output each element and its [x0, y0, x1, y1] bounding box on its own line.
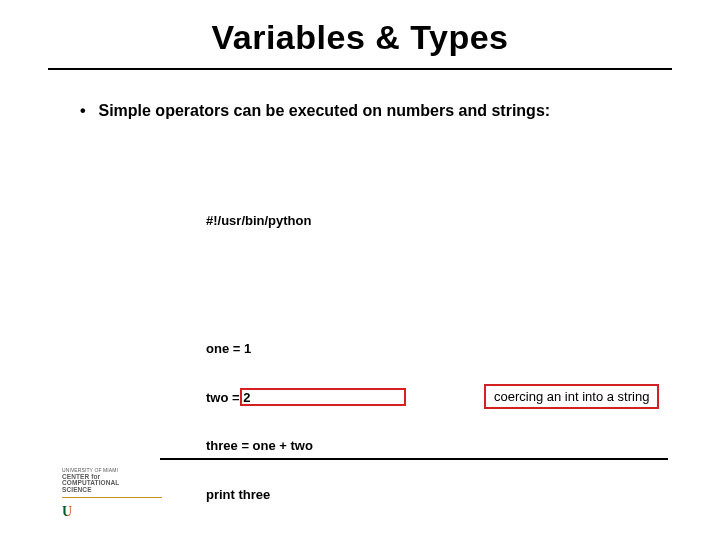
- footer-institution: UNIVERSITY OF MIAMI CENTER for COMPUTATI…: [62, 468, 162, 498]
- callout-text: coercing an int into a string: [494, 389, 649, 404]
- title-underline: [48, 68, 672, 70]
- miami-u-logo-icon: U: [62, 502, 78, 514]
- code-line: one = 1: [206, 341, 396, 357]
- code-highlight-box: [240, 388, 406, 406]
- bullet-text: Simple operators can be executed on numb…: [98, 102, 550, 119]
- bullet-dot-icon: •: [80, 102, 94, 120]
- footer-logo-block: UNIVERSITY OF MIAMI CENTER for COMPUTATI…: [62, 468, 162, 514]
- u-glyph: U: [62, 506, 72, 518]
- slide-title: Variables & Types: [0, 18, 720, 57]
- code-shebang: #!/usr/bin/python: [206, 213, 396, 229]
- code-line: three = one + two: [206, 438, 396, 454]
- footer-rule: [160, 458, 668, 460]
- code-line: print three: [206, 487, 396, 503]
- callout-box: coercing an int into a string: [484, 384, 659, 409]
- footer-l4: SCIENCE: [62, 487, 162, 494]
- bullet-line: • Simple operators can be executed on nu…: [80, 102, 550, 120]
- code-block: #!/usr/bin/python one = 1 two = 2 three …: [206, 148, 396, 540]
- slide: Variables & Types • Simple operators can…: [0, 0, 720, 540]
